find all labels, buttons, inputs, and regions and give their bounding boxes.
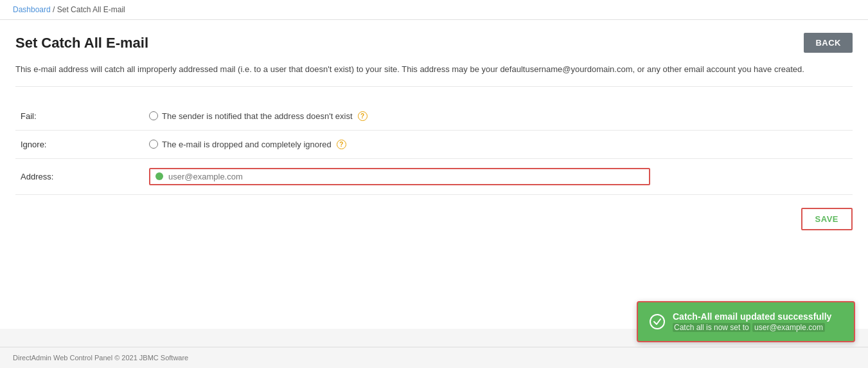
check-svg	[653, 317, 662, 326]
breadcrumb: Dashboard / Set Catch All E-mail	[13, 5, 855, 14]
toast-title: Catch-All email updated successfully	[673, 311, 831, 322]
fail-radio[interactable]	[149, 111, 158, 120]
page-description: This e-mail address will catch all impro…	[15, 63, 853, 87]
toast-notification: Catch-All email updated successfully Cat…	[637, 301, 855, 342]
address-input[interactable]	[168, 172, 644, 181]
footer: DirectAdmin Web Control Panel © 2021 JBM…	[0, 347, 868, 368]
address-control	[144, 158, 853, 194]
fail-option-label: The sender is notified that the address …	[162, 111, 353, 121]
address-input-container	[149, 168, 650, 185]
ignore-form-control: The e-mail is dropped and completely ign…	[149, 140, 847, 149]
toast-check-icon	[650, 314, 665, 329]
save-area: SAVE	[15, 208, 853, 230]
footer-copyright: DirectAdmin Web Control Panel © 2021 JBM…	[13, 354, 188, 362]
fail-form-control: The sender is notified that the address …	[149, 111, 847, 121]
page-header: Set Catch All E-mail BACK	[15, 33, 853, 53]
ignore-help-icon[interactable]: ?	[337, 140, 346, 149]
page-title: Set Catch All E-mail	[15, 35, 148, 51]
fail-row: Fail: The sender is notified that the ad…	[15, 102, 853, 131]
breadcrumb-separator: /	[51, 5, 57, 14]
save-button[interactable]: SAVE	[801, 208, 853, 230]
back-button[interactable]: BACK	[804, 33, 853, 53]
breadcrumb-current: Set Catch All E-mail	[57, 5, 125, 14]
address-label: Address:	[15, 158, 144, 194]
toast-email: user@example.com	[752, 323, 825, 332]
address-row: Address:	[15, 158, 853, 194]
ignore-option-label: The e-mail is dropped and completely ign…	[162, 140, 332, 149]
toast-subtitle: Catch all is now set to user@example.com	[673, 323, 831, 332]
breadcrumb-dashboard-link[interactable]: Dashboard	[13, 5, 51, 14]
ignore-radio-option[interactable]: The e-mail is dropped and completely ign…	[149, 140, 346, 149]
ignore-row: Ignore: The e-mail is dropped and comple…	[15, 130, 853, 158]
fail-help-icon[interactable]: ?	[358, 111, 368, 121]
fail-radio-option[interactable]: The sender is notified that the address …	[149, 111, 368, 121]
toast-subtitle-text: Catch all is now set to	[673, 323, 750, 332]
fail-control: The sender is notified that the address …	[144, 102, 853, 131]
top-bar: Dashboard / Set Catch All E-mail	[0, 0, 868, 20]
toast-text: Catch-All email updated successfully Cat…	[673, 311, 831, 332]
ignore-radio[interactable]	[149, 140, 158, 149]
ignore-control: The e-mail is dropped and completely ign…	[144, 130, 853, 158]
address-radio-indicator	[155, 172, 163, 180]
fail-label: Fail:	[15, 102, 144, 131]
ignore-label: Ignore:	[15, 130, 144, 158]
main-content: Set Catch All E-mail BACK This e-mail ad…	[0, 20, 868, 329]
form-table: Fail: The sender is notified that the ad…	[15, 102, 853, 195]
